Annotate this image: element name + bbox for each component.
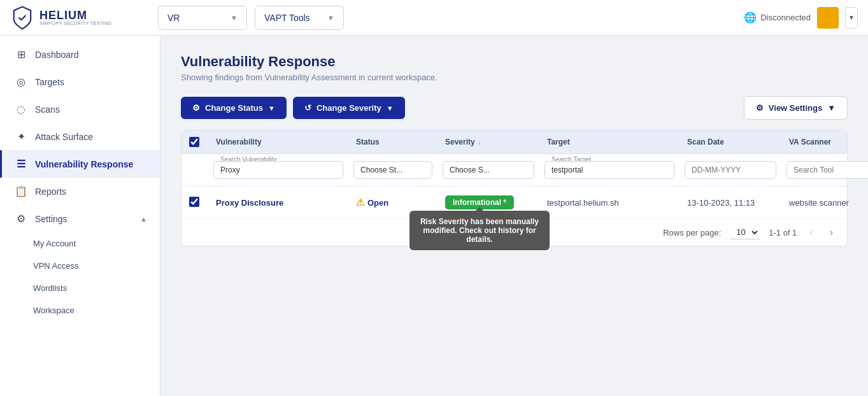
table-header: Vulnerability Status Severity ↓ Target S… (181, 131, 847, 154)
row-checkbox[interactable] (189, 197, 199, 207)
th-severity: Severity ↓ (438, 131, 539, 153)
settings-chevron-icon: ▲ (140, 215, 147, 223)
dashboard-icon: ⊞ (15, 48, 27, 60)
th-vulnerability-label: Vulnerability (216, 138, 262, 146)
sidebar-item-scans[interactable]: ◌ Scans (0, 95, 160, 123)
sidebar-submenu-wordlists[interactable]: Wordlists (33, 277, 160, 299)
filter-cell-status: Choose St... (348, 158, 438, 182)
sidebar-item-label-attack-surface: Attack Surface (35, 132, 93, 142)
vulnerability-filter-wrap: Search Vulnerability (213, 161, 343, 179)
connection-status: 🌐 Disconnected (744, 11, 811, 24)
severity-label: Informational * (453, 198, 506, 207)
filter-cell-scan-date (679, 158, 781, 182)
change-status-button[interactable]: ⚙ Change Status ▼ (181, 97, 287, 119)
page-title: Vulnerability Response (181, 53, 848, 70)
sidebar-submenu-vpn-access[interactable]: VPN Access (33, 255, 160, 277)
td-severity: Informational * Risk Severity has been m… (438, 188, 539, 217)
sidebar-item-settings[interactable]: ⚙ Settings ▲ (0, 205, 160, 232)
sidebar-item-label-targets: Targets (35, 77, 64, 87)
th-severity-label: Severity (445, 138, 475, 146)
user-button[interactable] (817, 7, 839, 29)
logo-tagline: SIMPLIFY SECURITY TESTING (39, 21, 112, 25)
change-severity-label: Change Severity (317, 103, 381, 113)
page-info: 1-1 of 1 (769, 228, 797, 237)
select-all-checkbox[interactable] (189, 137, 199, 147)
filter-cell-severity: Choose S... (438, 158, 539, 182)
th-scan-date: Scan Date (679, 131, 781, 153)
main-content: Vulnerability Response Showing findings … (160, 36, 868, 396)
vulnerability-search-input[interactable] (213, 161, 343, 179)
tools-label: VAPT Tools (264, 13, 310, 23)
status-filter-select[interactable]: Choose St... (353, 161, 432, 179)
status-label: Open (367, 198, 388, 208)
th-status: Status (348, 131, 438, 153)
scan-date-input[interactable] (685, 161, 776, 179)
tools-chevron-icon: ▼ (327, 14, 334, 22)
change-status-chevron-icon: ▼ (268, 104, 275, 112)
reports-icon: 📋 (15, 185, 27, 197)
severity-sort-icon: ↓ (478, 139, 481, 146)
filter-cell-scanner (781, 158, 868, 182)
nav-right: 🌐 Disconnected ▼ (744, 7, 858, 29)
logo-area: HELIUM SIMPLIFY SECURITY TESTING (10, 6, 150, 30)
vulnerability-response-icon: ☰ (15, 158, 27, 170)
toolbar: ⚙ Change Status ▼ ↺ Change Severity ▼ ⚙ … (181, 96, 848, 120)
severity-badge[interactable]: Informational * Risk Severity has been m… (445, 195, 514, 209)
sidebar: ⊞ Dashboard ◎ Targets ◌ Scans ✦ Attack S… (0, 36, 160, 396)
th-scan-date-label: Scan Date (687, 138, 724, 146)
scans-icon: ◌ (15, 103, 27, 115)
target-search-input[interactable] (544, 161, 674, 179)
sidebar-item-dashboard[interactable]: ⊞ Dashboard (0, 41, 160, 68)
target-filter-wrap: Search Target (544, 161, 674, 179)
sidebar-item-vulnerability-response[interactable]: ☰ Vulnerability Response (0, 150, 160, 178)
page-subtitle: Showing findings from Vulnerability Asse… (181, 73, 848, 82)
change-severity-chevron-icon: ▼ (387, 104, 394, 112)
settings-icon: ⚙ (15, 213, 27, 225)
table-row: Proxy Disclosure ⚠ Open Informational * … (181, 187, 847, 219)
status-badge: ⚠ Open (356, 197, 388, 208)
th-select (181, 131, 208, 153)
severity-filter-select[interactable]: Choose S... (443, 161, 534, 179)
scanner-search-input[interactable] (786, 161, 868, 179)
sidebar-submenu-workspace[interactable]: Workspace (33, 299, 160, 322)
user-chevron-button[interactable]: ▼ (845, 7, 858, 29)
view-settings-gear-icon: ⚙ (756, 103, 764, 113)
th-status-label: Status (356, 138, 380, 146)
sidebar-item-label-scans: Scans (35, 104, 60, 115)
app-body: ⊞ Dashboard ◎ Targets ◌ Scans ✦ Attack S… (0, 36, 868, 396)
workspace-label: VR (167, 13, 180, 23)
th-va-scanner-label: VA Scanner (789, 138, 831, 146)
scan-date-value: 13-10-2023, 11:13 (687, 198, 755, 208)
workspace-chevron-icon: ▼ (231, 14, 238, 22)
th-target-label: Target (547, 138, 570, 146)
filter-row: Search Vulnerability Choose St... Choose… (181, 154, 847, 187)
tools-dropdown[interactable]: VAPT Tools ▼ (255, 6, 344, 30)
td-target: testportal.helium.sh (539, 190, 679, 215)
sidebar-item-reports[interactable]: 📋 Reports (0, 178, 160, 205)
sidebar-item-label-reports: Reports (35, 187, 66, 197)
change-severity-button[interactable]: ↺ Change Severity ▼ (293, 97, 405, 119)
change-severity-icon: ↺ (304, 103, 311, 113)
sidebar-item-label-settings: Settings (35, 214, 68, 224)
logo-icon (10, 6, 34, 30)
th-vulnerability: Vulnerability (208, 131, 348, 153)
top-navigation: HELIUM SIMPLIFY SECURITY TESTING VR ▼ VA… (0, 0, 868, 36)
sidebar-item-attack-surface[interactable]: ✦ Attack Surface (0, 123, 160, 150)
view-settings-button[interactable]: ⚙ View Settings ▼ (744, 96, 848, 120)
logo-text: HELIUM SIMPLIFY SECURITY TESTING (39, 10, 112, 25)
connection-status-label: Disconnected (760, 13, 811, 22)
next-page-button[interactable]: › (826, 225, 837, 239)
sidebar-item-targets[interactable]: ◎ Targets (0, 68, 160, 95)
sidebar-item-label-dashboard: Dashboard (35, 50, 79, 60)
logo-name: HELIUM (39, 10, 112, 21)
workspace-dropdown[interactable]: VR ▼ (158, 6, 247, 30)
prev-page-button[interactable]: ‹ (806, 225, 816, 239)
target-value: testportal.helium.sh (547, 198, 619, 208)
settings-submenu: My Account VPN Access Wordlists Workspac… (0, 232, 160, 322)
vulnerability-name: Proxy Disclosure (216, 198, 283, 208)
status-open-icon: ⚠ (356, 197, 364, 208)
data-table: Vulnerability Status Severity ↓ Target S… (181, 130, 848, 246)
rows-per-page-select[interactable]: 10 (730, 225, 760, 239)
sidebar-submenu-my-account[interactable]: My Account (33, 232, 160, 255)
rows-per-page-label: Rows per page: (663, 228, 721, 237)
